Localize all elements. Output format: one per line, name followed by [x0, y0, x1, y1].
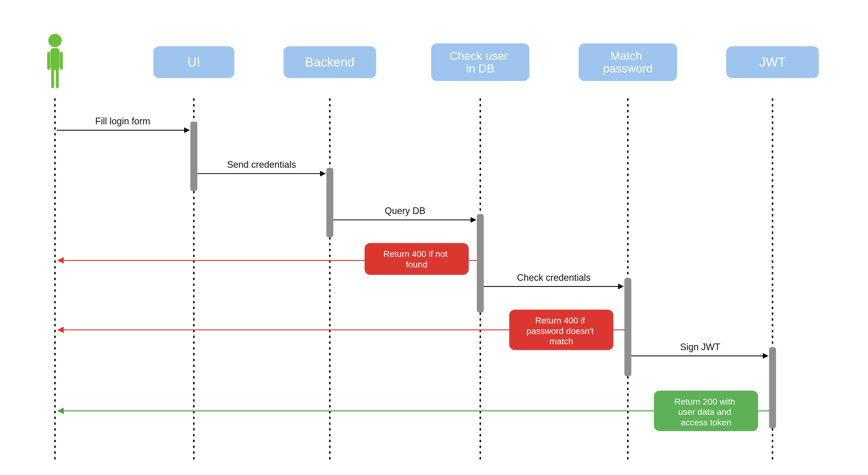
badge-not-found-line2: found: [406, 259, 428, 269]
activation-jwt: [769, 347, 776, 428]
activation-checkdb: [477, 214, 484, 312]
svg-text:Match
      password: Match password: [603, 49, 653, 75]
label-query-db: Query DB: [385, 205, 425, 216]
badge-bad-pw-line1: Return 400 if: [535, 315, 585, 325]
participant-backend: Backend: [284, 46, 376, 78]
activation-backend: [327, 168, 334, 237]
participant-jwt-label: JWT: [760, 55, 785, 69]
actor-user: [49, 35, 61, 87]
participant-checkdb: Check user in DB Check user in DB: [0, 0, 529, 81]
svg-rect-1: [50, 48, 60, 70]
sequence-diagram: UI Backend Check user in DB Check user i…: [0, 0, 868, 474]
label-send-credentials: Send credentials: [227, 159, 296, 170]
label-sign-jwt: Sign JWT: [680, 342, 720, 352]
badge-ok-line2: user data and: [678, 407, 731, 417]
participant-ui: UI: [153, 46, 234, 78]
activation-ui: [190, 122, 197, 191]
participant-backend-label: Backend: [305, 55, 355, 69]
svg-rect-13: [365, 243, 469, 275]
badge-bad-pw-line3: match: [550, 336, 573, 346]
badge-success: Return 200 with user data and access tok…: [654, 391, 758, 431]
participant-ui-label: UI: [188, 55, 200, 69]
label-fill-login: Fill login form: [95, 116, 150, 126]
svg-point-0: [50, 35, 60, 46]
badge-bad-password: Return 400 if password doesn't match: [509, 310, 613, 350]
label-check-credentials: Check credentials: [517, 272, 591, 283]
badge-ok-line3: access token: [681, 417, 731, 427]
badge-not-found-line1: Return 400 if not: [383, 249, 447, 259]
badge-bad-pw-line2: password doesn't: [527, 326, 594, 336]
badge-ok-line1: Return 200 with: [674, 397, 735, 406]
svg-text:Return 200 with
      user dat: Return 200 with user data and access tok…: [674, 397, 738, 427]
activation-matchpw: [624, 278, 631, 376]
participant-jwt: JWT: [726, 46, 819, 78]
badge-not-found: Return 400 if not found: [365, 243, 469, 275]
